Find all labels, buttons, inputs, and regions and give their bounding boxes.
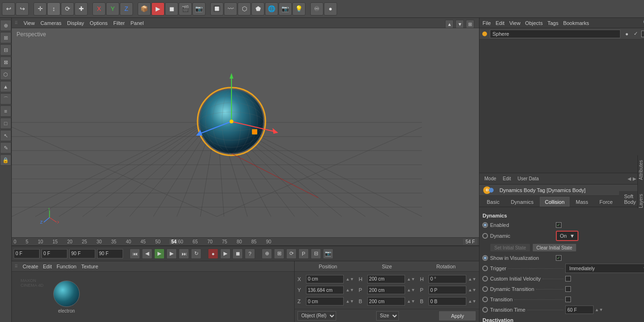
z-axis-btn[interactable]: Z [120, 2, 133, 16]
apply-button[interactable]: Apply [438, 311, 476, 321]
scene-btn[interactable]: 🌐 [265, 2, 278, 16]
custom-vel-checkbox[interactable] [565, 276, 571, 282]
object-name-input[interactable] [490, 30, 620, 38]
y-pos-arrows[interactable]: ▲▼ [346, 288, 354, 292]
vp-btn-2[interactable]: ▼ [455, 20, 464, 28]
x-pos-input[interactable] [306, 275, 344, 283]
current-frame-input[interactable] [41, 249, 67, 258]
left-icon-box[interactable]: □ [0, 118, 11, 129]
play-all-btn[interactable]: ▶ [220, 249, 231, 259]
left-icon-pen[interactable]: ✎ [0, 142, 11, 153]
dynamic-dropdown[interactable]: On ▼ [556, 231, 578, 241]
preview-end-input[interactable] [97, 249, 123, 258]
scale-btn[interactable]: ⟳ [61, 2, 74, 16]
vp-menu-filter[interactable]: Filter [113, 20, 124, 26]
select-btn[interactable]: ✛ [33, 2, 47, 16]
play-btn[interactable]: ▶ [154, 249, 165, 259]
vp-menu-view[interactable]: View [24, 20, 35, 26]
render4-btn[interactable]: 📷 [192, 2, 206, 16]
z-size-arrows[interactable]: ▲▼ [407, 299, 415, 304]
render3-btn[interactable]: 🎬 [179, 2, 192, 16]
loop-btn[interactable]: ↻ [191, 249, 201, 259]
user-data-btn[interactable]: User Data [516, 175, 541, 182]
scene-btn[interactable]: P [298, 249, 309, 259]
render-btn[interactable]: ▶ [151, 2, 165, 16]
help-btn[interactable]: ? [245, 249, 255, 259]
record-btn[interactable]: ● [208, 249, 218, 259]
mode-btn[interactable]: Mode [482, 175, 498, 182]
left-icon-select[interactable]: ⊕ [0, 20, 11, 31]
trigger-radio[interactable] [482, 266, 488, 271]
menu-tags[interactable]: Tags [547, 20, 558, 26]
tab-collision[interactable]: Collision [540, 197, 570, 207]
y-size-input[interactable] [367, 286, 405, 294]
x-axis-btn[interactable]: X [92, 2, 106, 16]
obj-color-swatch[interactable] [641, 31, 644, 37]
start-frame-input[interactable] [14, 249, 40, 258]
show-vis-radio[interactable] [482, 255, 488, 261]
show-vis-checkbox[interactable]: ✓ [556, 255, 561, 261]
dynamic-radio[interactable] [482, 233, 488, 239]
z-pos-input[interactable] [306, 297, 344, 306]
x-size-input[interactable] [367, 275, 405, 283]
viewport[interactable]: Perspective [12, 28, 479, 237]
z-pos-arrows[interactable]: ▲▼ [346, 299, 354, 304]
vp-menu-panel[interactable]: Panel [131, 20, 144, 26]
deform-btn[interactable]: ⬟ [251, 2, 264, 16]
clear-initial-state-btn[interactable]: Clear Initial State [532, 243, 577, 252]
mat-menu-texture[interactable]: Texture [81, 264, 98, 269]
grid-btn[interactable]: ⊞ [274, 249, 284, 259]
z-size-input[interactable] [367, 297, 405, 306]
edit-btn[interactable]: Edit [501, 175, 513, 182]
set-initial-state-btn[interactable]: Set Initial State [490, 243, 530, 252]
vtab-layers[interactable]: Layers [638, 194, 644, 208]
attr-back-icon[interactable]: ◀ [627, 176, 631, 181]
left-icon-3d[interactable]: ⬡ [0, 69, 11, 80]
y-rot-input[interactable] [429, 286, 466, 294]
snap-btn[interactable]: ⊕ [262, 249, 272, 259]
mat-menu-function[interactable]: Function [57, 264, 76, 269]
dyn-trans-radio[interactable] [482, 286, 488, 292]
menu-file[interactable]: File [482, 20, 491, 26]
tab-force[interactable]: Force [594, 197, 618, 207]
skip-end-btn[interactable]: ⏭ [179, 249, 189, 259]
mograph-btn[interactable]: ♾ [310, 2, 323, 16]
light-btn[interactable]: 💡 [292, 2, 305, 16]
menu-bookmarks[interactable]: Bookmarks [563, 20, 589, 26]
cube-btn[interactable]: 🔲 [210, 2, 223, 16]
x-size-arrows[interactable]: ▲▼ [407, 277, 415, 282]
x-pos-arrows[interactable]: ▲▼ [346, 277, 354, 282]
mat-menu-create[interactable]: Create [23, 264, 38, 269]
menu-edit[interactable]: Edit [495, 20, 504, 26]
y-axis-btn[interactable]: Y [106, 2, 119, 16]
z-rot-input[interactable] [429, 297, 466, 306]
attr-fwd-icon[interactable]: ▶ [633, 176, 636, 181]
left-icon-sculpt[interactable]: ⊠ [0, 56, 11, 68]
end-frame-input[interactable] [69, 249, 95, 258]
left-icon-arrow[interactable]: ↖ [0, 130, 11, 141]
y-size-arrows[interactable]: ▲▼ [407, 288, 415, 292]
trans-time-input[interactable] [565, 306, 594, 314]
skip-start-btn[interactable]: ⏮ [130, 249, 140, 259]
left-icon-spline[interactable]: ⌒ [0, 93, 11, 105]
mat-menu-edit[interactable]: Edit [43, 264, 52, 269]
nurbs-btn[interactable]: ⬡ [238, 2, 251, 16]
left-icon-more[interactable]: ≡ [0, 105, 11, 117]
custom-vel-radio[interactable] [482, 276, 488, 282]
transition-radio[interactable] [482, 297, 488, 302]
view-btn[interactable]: ⊟ [311, 249, 321, 259]
spline-btn[interactable]: 〰 [224, 2, 237, 16]
left-icon-live[interactable]: ⊞ [0, 32, 11, 43]
tab-mass[interactable]: Mass [570, 197, 593, 207]
render2-btn[interactable]: ◼ [165, 2, 178, 16]
prev-frame-btn[interactable]: ◀ [142, 249, 152, 259]
menu-view[interactable]: View [509, 20, 520, 26]
trans-time-radio[interactable] [482, 307, 488, 313]
obj-vis-btn[interactable]: ● [623, 30, 631, 38]
next-frame-btn[interactable]: ▶ [166, 249, 177, 259]
vtab-attributes[interactable]: Attributes [638, 173, 644, 180]
redo-btn[interactable]: ↪ [16, 2, 29, 16]
vp-menu-cameras[interactable]: Cameras [41, 20, 62, 26]
move-btn[interactable]: ↕ [47, 2, 60, 16]
obj-check-btn[interactable]: ✓ [632, 30, 640, 38]
